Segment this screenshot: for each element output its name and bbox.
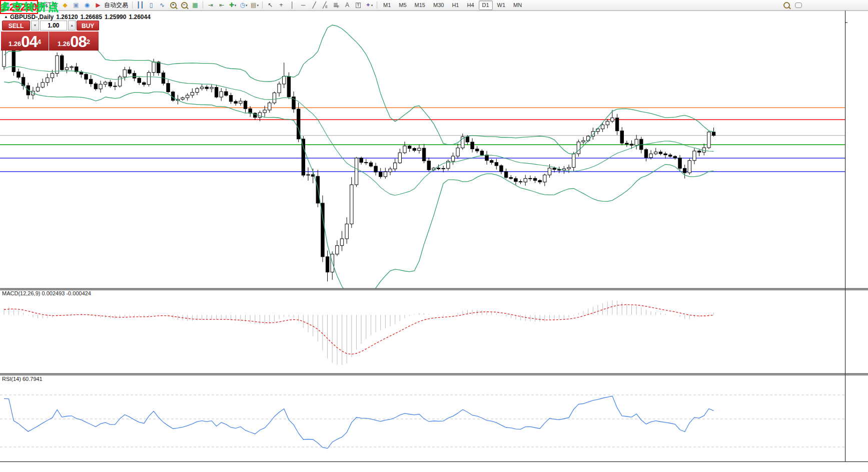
one-click-trading-panel: SELL ▼ ▲ BUY 1.26044 1.26082	[1, 20, 99, 51]
pivot-annotation-text: 多空转折点	[0, 0, 60, 14]
buy-button[interactable]: BUY	[77, 21, 99, 31]
volume-increase-button[interactable]: ▲	[68, 21, 76, 31]
buy-price-display[interactable]: 1.26082	[49, 32, 99, 51]
chart-header: ▲GBPUSD-,Daily1.261201.266851.259901.260…	[4, 14, 153, 21]
ohlc-high: 1.26685	[81, 14, 102, 21]
sell-price-sup: 4	[38, 35, 41, 50]
macd-indicator-label: MACD(12,26,9) 0.002493 -0.000424	[2, 290, 91, 296]
ohlc-open: 1.26120	[56, 14, 78, 21]
chart-canvas[interactable]	[0, 0, 868, 472]
buy-price-sup: 2	[87, 35, 90, 50]
ohlc-low: 1.25990	[105, 14, 126, 21]
rsi-indicator-label: RSI(14) 60.7941	[2, 376, 43, 382]
sell-price-display[interactable]: 1.26044	[1, 32, 49, 51]
ohlc-close: 1.26044	[129, 14, 150, 21]
sell-button[interactable]: SELL	[2, 21, 30, 31]
collapse-triangle-icon[interactable]: ▲	[4, 15, 8, 19]
chart-symbol-label: GBPUSD-,Daily	[10, 14, 54, 21]
buy-price-big: 08	[70, 35, 86, 50]
mt4-window: ▤▨▤+新订单◆▣◉▶自动交易┃┃▯∿+−▦⇥⇤✚▾◷▾▤▾↖+│─╱╱E≣FA…	[0, 0, 868, 472]
volume-input[interactable]	[40, 21, 67, 31]
volume-decrease-button[interactable]: ▼	[31, 21, 39, 31]
sell-price-big: 04	[21, 35, 37, 50]
sell-price-prefix: 1.26	[9, 39, 21, 50]
buy-price-prefix: 1.26	[58, 39, 70, 50]
